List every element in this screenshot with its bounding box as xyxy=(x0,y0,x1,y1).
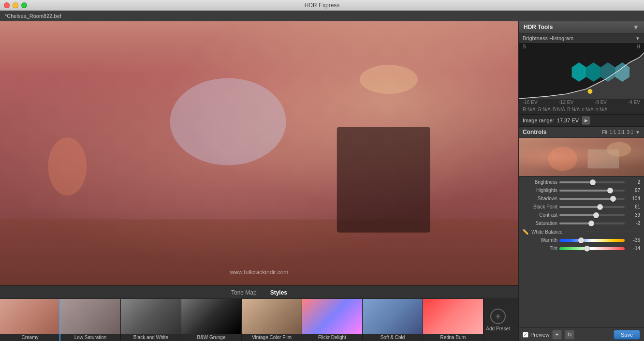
preset-thumb-bwgrunge xyxy=(181,299,241,334)
tint-thumb[interactable] xyxy=(584,246,590,252)
tint-value: -14 xyxy=(627,246,640,251)
add-preset-label: Add Preset xyxy=(486,326,510,331)
tint-row: Tint -14 xyxy=(523,246,640,251)
preset-label-bw: Black and White xyxy=(121,334,181,341)
blackpoint-row: Black Point 61 xyxy=(523,204,640,209)
minimize-button[interactable] xyxy=(13,2,18,8)
refresh-icon-button[interactable]: ↻ xyxy=(565,330,574,340)
preset-softcold[interactable]: Soft & Cold xyxy=(363,299,423,341)
main-layout: www.fullcrackindir.com Tone Map Styles C… xyxy=(0,21,644,341)
contrast-track[interactable] xyxy=(559,214,625,216)
controls-arrow[interactable]: ▼ xyxy=(635,130,640,135)
histogram-arrow[interactable]: ▼ xyxy=(635,36,640,41)
contrast-thumb[interactable] xyxy=(593,212,599,218)
save-button[interactable]: Save xyxy=(614,330,640,340)
zoom-21[interactable]: 2:1 xyxy=(618,130,625,135)
tint-label: Tint xyxy=(523,246,557,251)
meta-h: h:N/A xyxy=(596,107,608,112)
svg-point-16 xyxy=(607,142,631,157)
saturation-label: Saturation xyxy=(523,221,557,226)
highlights-track[interactable] xyxy=(559,190,625,192)
preset-thumb-bw xyxy=(121,299,181,334)
ev-label-2: -12 EV xyxy=(559,100,574,105)
close-button[interactable] xyxy=(4,2,10,8)
preset-flickr[interactable]: Flickr Delight xyxy=(302,299,363,341)
preset-thumb-softcold xyxy=(363,299,423,334)
shadows-track[interactable] xyxy=(559,198,625,200)
image-area: www.fullcrackindir.com Tone Map Styles C… xyxy=(0,21,518,341)
tint-track[interactable] xyxy=(559,247,625,250)
highlights-thumb[interactable] xyxy=(607,188,613,193)
preset-label-creamy: Creamy xyxy=(0,334,60,341)
warmth-thumb[interactable] xyxy=(578,237,584,243)
preset-bw[interactable]: Black and White xyxy=(121,299,181,341)
svg-rect-14 xyxy=(519,138,644,176)
blackpoint-label: Black Point xyxy=(523,204,557,209)
preset-lowsat[interactable]: Low Saturation xyxy=(60,299,121,341)
shadows-value: 104 xyxy=(627,196,640,201)
preset-bwgrunge[interactable]: B&W Grunge xyxy=(181,299,242,341)
histogram-canvas xyxy=(519,50,644,99)
meta-c: c:N/A xyxy=(582,107,593,112)
preset-vintage[interactable]: Vintage Color Film xyxy=(242,299,302,341)
shadows-thumb[interactable] xyxy=(610,196,616,202)
app-title: HDR Express xyxy=(305,2,340,9)
tab-styles[interactable]: Styles xyxy=(268,288,289,297)
blackpoint-fill xyxy=(559,206,600,208)
preset-label-bwgrunge: B&W Grunge xyxy=(181,334,241,341)
zoom-31[interactable]: 3:1 xyxy=(627,130,633,135)
image-range-label: Image range: xyxy=(523,118,554,123)
panel-close-arrow[interactable]: ▼ xyxy=(632,23,639,31)
highlights-row: Highlights 97 xyxy=(523,188,640,193)
preview-thumbnail xyxy=(519,138,644,177)
saturation-track[interactable] xyxy=(559,222,625,224)
contrast-label: Contrast xyxy=(523,212,557,218)
preview-checkbox[interactable]: ✓ Preview xyxy=(523,332,549,338)
add-preset-icon: + xyxy=(490,309,506,324)
brightness-thumb[interactable] xyxy=(590,179,596,185)
preset-retina[interactable]: Retina Burn xyxy=(423,299,483,341)
controls-label: Controls xyxy=(523,129,546,135)
blackpoint-track[interactable] xyxy=(559,206,625,208)
brightness-row: Brightness 2 xyxy=(523,179,640,185)
preset-label-flickr: Flickr Delight xyxy=(302,334,362,341)
hdr-tools-label: HDR Tools xyxy=(524,24,553,30)
preset-thumb-lowsat xyxy=(60,299,120,334)
highlights-label: Highlights xyxy=(523,188,557,193)
brightness-label: Brightness xyxy=(523,179,557,185)
wb-label: White Balance xyxy=(531,229,562,235)
histogram-header: Brightness Histogram ▼ xyxy=(519,33,644,43)
sliders-section: Brightness 2 Highlights 97 Shadows xyxy=(519,177,644,327)
histogram-title: Brightness Histogram xyxy=(523,35,573,41)
histogram-section: Brightness Histogram ▼ S H xyxy=(519,33,644,127)
room-image: www.fullcrackindir.com xyxy=(0,21,518,285)
fit-label[interactable]: Fit xyxy=(602,130,607,135)
play-button[interactable]: ▶ xyxy=(582,116,590,125)
preset-thumb-flickr xyxy=(302,299,362,334)
blackpoint-thumb[interactable] xyxy=(597,204,603,210)
add-preset-button[interactable]: + Add Preset xyxy=(483,299,512,341)
shadows-label: Shadows xyxy=(523,196,557,201)
preset-creamy[interactable]: Creamy xyxy=(0,299,60,341)
preview-label: Preview xyxy=(530,332,549,338)
svg-rect-17 xyxy=(587,149,619,169)
preset-label-softcold: Soft & Cold xyxy=(363,334,423,341)
warmth-track[interactable] xyxy=(559,239,625,242)
saturation-thumb[interactable] xyxy=(588,221,594,226)
histogram-labels: -16 EV -12 EV -8 EV -4 EV xyxy=(519,99,644,106)
svg-rect-5 xyxy=(0,21,518,285)
shadows-row: Shadows 104 xyxy=(523,196,640,201)
svg-rect-13 xyxy=(519,138,644,176)
tab-tone-map[interactable]: Tone Map xyxy=(229,288,259,297)
saturation-row: Saturation -2 xyxy=(523,221,640,226)
wb-divider: ✏️ White Balance xyxy=(523,229,640,235)
maximize-button[interactable] xyxy=(21,2,27,8)
highlights-value: 97 xyxy=(627,188,640,193)
warmth-label: Warmth xyxy=(523,237,557,243)
preview-svg xyxy=(519,138,644,176)
preset-thumb-creamy xyxy=(0,299,60,334)
blackpoint-value: 61 xyxy=(627,204,640,209)
brightness-track[interactable] xyxy=(559,181,625,183)
add-icon-button[interactable]: + xyxy=(552,330,562,340)
zoom-11[interactable]: 1:1 xyxy=(609,130,616,135)
